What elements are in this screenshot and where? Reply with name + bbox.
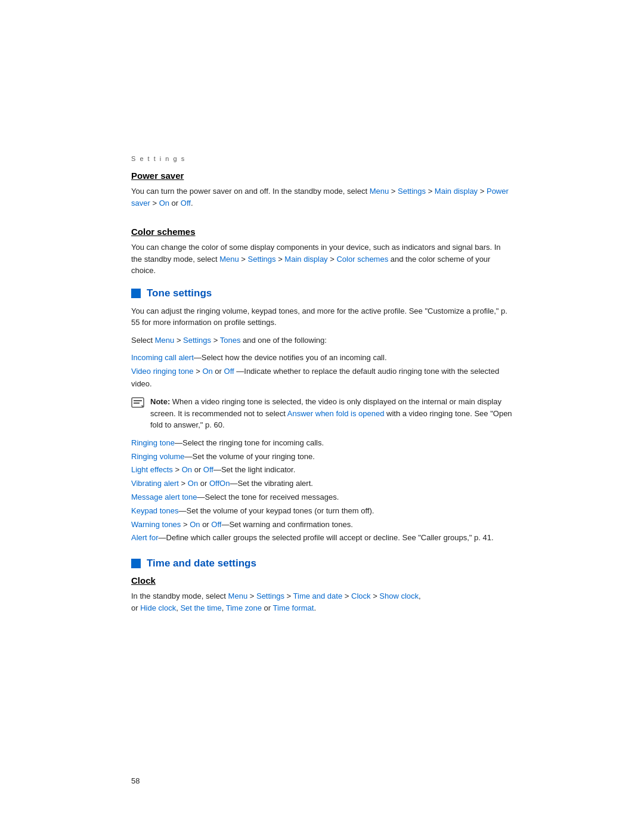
clock-timeformat-link[interactable]: Time format <box>273 603 314 612</box>
clock-settings-link[interactable]: Settings <box>256 592 284 600</box>
clock-timedate-link[interactable]: Time and date <box>293 592 343 600</box>
incoming-call-alert-link[interactable]: Incoming call alert <box>131 353 194 362</box>
clock-timezone-link[interactable]: Time zone <box>226 603 262 612</box>
power-saver-maindisplay-link[interactable]: Main display <box>435 187 478 196</box>
power-saver-off-link[interactable]: Off <box>181 199 191 208</box>
power-saver-menu-link[interactable]: Menu <box>370 187 389 196</box>
va-dash: —Set the vibrating alert. <box>230 479 312 488</box>
cs-arrow3: > <box>330 255 335 264</box>
tone-item-keypad: Keypad tones—Set the volume of your keyp… <box>131 505 513 518</box>
tone-settings-title: Tone settings <box>147 287 212 299</box>
ts-menu-link[interactable]: Menu <box>155 336 175 345</box>
vibrating-alert-link[interactable]: Vibrating alert <box>131 479 179 488</box>
tone-item-volume: Ringing volume—Set the volume of your ri… <box>131 451 513 463</box>
note-text: Note: When a video ringing tone is selec… <box>150 396 513 431</box>
tone-item-vibrating: Vibrating alert > On or OffOn—Set the vi… <box>131 478 513 490</box>
alert-for-link[interactable]: Alert for <box>131 533 159 542</box>
arrow1: > <box>391 187 396 196</box>
note-bold: Note: <box>150 397 170 406</box>
arrow3: > <box>480 187 485 196</box>
svg-rect-1 <box>134 400 142 401</box>
svg-rect-2 <box>134 402 140 404</box>
tone-item-warning: Warning tones > On or Off—Set warning an… <box>131 519 513 531</box>
le-arr: > <box>173 465 182 474</box>
mat-dash: —Select the tone for received messages. <box>197 493 339 501</box>
arrow2: > <box>428 187 433 196</box>
af-dash: —Define which caller groups the selected… <box>159 533 494 542</box>
color-schemes-body: You can change the color of some display… <box>131 241 513 277</box>
vrt-off-link[interactable]: Off <box>224 367 234 376</box>
ts-select: Select <box>131 336 155 345</box>
time-date-heading: Time and date settings <box>131 558 513 569</box>
ringing-volume-link[interactable]: Ringing volume <box>131 452 185 461</box>
power-saver-settings-link[interactable]: Settings <box>398 187 426 196</box>
wt-or: or <box>200 520 212 529</box>
light-effects-link[interactable]: Light effects <box>131 465 173 474</box>
message-alert-tone-link[interactable]: Message alert tone <box>131 493 197 501</box>
wt-on-link[interactable]: On <box>190 520 200 529</box>
ps-or: or <box>172 199 181 208</box>
power-saver-title: Power saver <box>131 171 513 181</box>
va-or: or <box>198 479 209 488</box>
tone-item-alert: Alert for—Define which caller groups the… <box>131 532 513 544</box>
va-on-link[interactable]: On <box>188 479 198 488</box>
cs-settings-link[interactable]: Settings <box>248 255 276 264</box>
tone-settings-heading: Tone settings <box>131 287 513 299</box>
ts-end: and one of the following: <box>240 336 327 345</box>
wt-arr: > <box>181 520 190 529</box>
le-or: or <box>192 465 203 474</box>
tone-item-light: Light effects > On or Off—Set the light … <box>131 464 513 476</box>
clock-body: In the standby mode, select Menu > Setti… <box>131 590 513 614</box>
va-offon-link[interactable]: OffOn <box>209 479 230 488</box>
le-on-link[interactable]: On <box>182 465 192 474</box>
rv-dash: —Set the volume of your ringing tone. <box>185 452 315 461</box>
note-box: Note: When a video ringing tone is selec… <box>131 396 513 431</box>
cs-maindisplay-link[interactable]: Main display <box>284 255 327 264</box>
ps-period: . <box>191 199 193 208</box>
page-number: 58 <box>131 776 140 785</box>
section-label: S e t t i n g s <box>131 155 513 162</box>
tone-item-ringing: Ringing tone—Select the ringing tone for… <box>131 437 513 450</box>
power-saver-body: You can turn the power saver on and off.… <box>131 185 513 209</box>
page: S e t t i n g s Power saver You can turn… <box>0 0 644 833</box>
clock-clock-link[interactable]: Clock <box>351 592 371 600</box>
tone-item-incoming: Incoming call alert—Select how the devic… <box>131 352 513 364</box>
cs-arrow2: > <box>278 255 283 264</box>
wt-off-link[interactable]: Off <box>211 520 221 529</box>
clock-period: . <box>314 603 316 612</box>
warning-tones-link[interactable]: Warning tones <box>131 520 181 529</box>
vrt-arr: > <box>194 367 203 376</box>
vrt-or: or <box>213 367 224 376</box>
va-arr: > <box>179 479 188 488</box>
le-off-link[interactable]: Off <box>203 465 213 474</box>
tone-select-line: Select Menu > Settings > Tones and one o… <box>131 335 513 346</box>
vrt-on-link[interactable]: On <box>202 367 212 376</box>
clock-title: Clock <box>131 575 513 586</box>
cs-menu-link[interactable]: Menu <box>219 255 239 264</box>
ts-arr2: > <box>211 336 220 345</box>
tone-item-message: Message alert tone—Select the tone for r… <box>131 491 513 504</box>
ringing-tone-link[interactable]: Ringing tone <box>131 438 175 447</box>
clock-showclock-link[interactable]: Show clock <box>379 592 419 600</box>
clock-arr4: > <box>371 592 380 600</box>
ts-settings-link[interactable]: Settings <box>183 336 211 345</box>
answer-fold-link[interactable]: Answer when fold is opened <box>287 409 385 418</box>
clock-hideclock-link[interactable]: Hide clock <box>140 603 176 612</box>
clock-menu-link[interactable]: Menu <box>228 592 248 600</box>
video-ringing-tone-link[interactable]: Video ringing tone <box>131 367 194 376</box>
color-schemes-title: Color schemes <box>131 227 513 237</box>
wt-dash: —Set warning and confirmation tones. <box>221 520 352 529</box>
note-icon <box>131 397 144 409</box>
cs-colorschemes-link[interactable]: Color schemes <box>336 255 388 264</box>
clock-or1: or <box>131 603 140 612</box>
le-dash: —Set the light indicator. <box>213 465 295 474</box>
clock-comma: , <box>419 592 421 600</box>
clock-arr1: > <box>247 592 256 600</box>
tone-settings-icon <box>131 289 141 298</box>
keypad-tones-link[interactable]: Keypad tones <box>131 506 179 515</box>
ica-dash: —Select how the device notifies you of a… <box>194 353 387 362</box>
power-saver-on-link[interactable]: On <box>159 199 169 208</box>
clock-settime-link[interactable]: Set the time <box>180 603 221 612</box>
tone-item-video: Video ringing tone > On or Off —Indicate… <box>131 366 513 391</box>
ts-tones-link[interactable]: Tones <box>220 336 241 345</box>
